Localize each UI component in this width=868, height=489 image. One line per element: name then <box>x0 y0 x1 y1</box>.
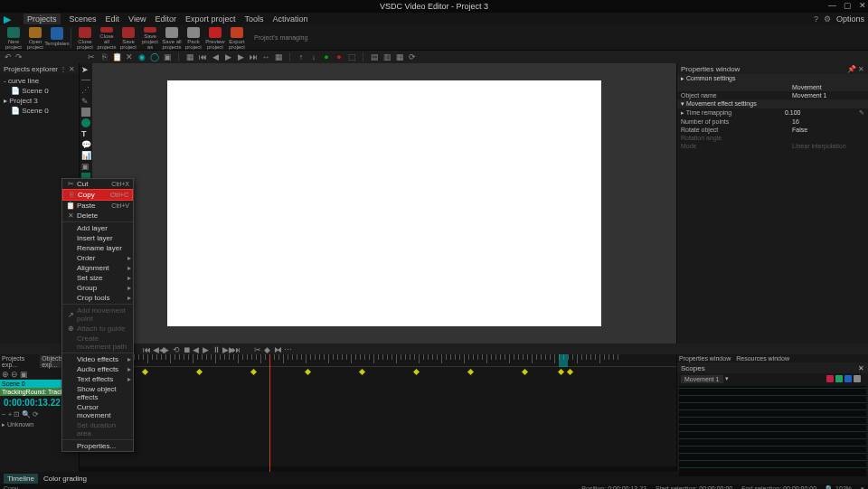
next-icon[interactable]: ▶ <box>236 52 245 61</box>
split-icon[interactable]: ⧓ <box>274 345 281 353</box>
ctx-cursor-mvt[interactable]: Cursor movement <box>62 402 133 420</box>
panel-close-icon[interactable]: ✕ <box>69 65 75 73</box>
ctx-audio-effects[interactable]: Audio effects▸ <box>62 364 133 374</box>
stop-icon[interactable]: ⏹ <box>183 345 190 353</box>
shape-tool-icon[interactable]: ▣ <box>81 162 90 171</box>
pack-project-button[interactable]: Pack project <box>184 26 203 50</box>
menu-editor[interactable]: Editor <box>155 14 176 24</box>
tab-timeline[interactable]: Timeline <box>4 474 38 484</box>
scopes-dropdown[interactable]: Movement 1 <box>681 375 723 383</box>
menu-scenes[interactable]: Scenes <box>70 14 97 24</box>
keyframes-track[interactable] <box>80 367 676 378</box>
copy-icon[interactable]: ⎘ <box>99 52 108 61</box>
ctx-order[interactable]: Order▸ <box>62 253 133 263</box>
marker-region[interactable] <box>559 354 568 367</box>
skip-start-icon[interactable]: ⏮ <box>143 345 150 353</box>
fit-icon[interactable]: ⊡ <box>14 410 20 418</box>
tab-color-grading[interactable]: Color grading <box>40 474 90 484</box>
marker-icon[interactable]: ◆ <box>264 345 271 353</box>
frame-fwd-icon[interactable]: ▶ <box>203 345 210 353</box>
menu-tools[interactable]: Tools <box>244 14 263 24</box>
scope-b-toggle[interactable] <box>844 375 852 382</box>
cut-timeline-icon[interactable]: ✂ <box>254 345 261 353</box>
tool-icon[interactable]: ◉ <box>137 52 146 61</box>
preview-button[interactable]: Preview project <box>205 26 225 50</box>
ellipse-tool-icon[interactable] <box>81 118 90 127</box>
tooltip-tool-icon[interactable]: 💬 <box>81 140 90 149</box>
spray-tool-icon[interactable]: ⋰ <box>81 86 90 95</box>
exp-icon[interactable]: ▣ <box>20 370 28 379</box>
ctx-copy[interactable]: ⎘CopyCtrl+C <box>62 189 133 201</box>
panel-close-icon[interactable]: ✕ <box>858 65 864 73</box>
settings-icon[interactable]: ⚙ <box>824 14 831 24</box>
up-icon[interactable]: ↑ <box>297 52 306 61</box>
help-icon[interactable]: ? <box>814 14 818 24</box>
templates-button[interactable]: Templates <box>47 26 67 50</box>
save-all-button[interactable]: Save all projects <box>162 26 182 50</box>
timeline-scrollbar[interactable] <box>80 466 676 472</box>
save-as-button[interactable]: Save project as <box>140 26 160 50</box>
prop-rotate-value[interactable]: False <box>792 127 864 133</box>
align-icon[interactable]: ▦ <box>185 52 194 61</box>
menu-options[interactable]: Options <box>836 14 864 24</box>
cut-icon[interactable]: ✂ <box>87 52 96 61</box>
ctx-paste[interactable]: 📋PasteCtrl+V <box>62 201 133 211</box>
ctx-properties[interactable]: Properties... <box>62 441 133 451</box>
ctx-set-size[interactable]: Set size▸ <box>62 273 133 283</box>
ctx-rename-layer[interactable]: Rename layer <box>62 243 133 253</box>
step-back-icon[interactable]: ◀◀ <box>153 345 160 353</box>
undo-icon[interactable]: ↶ <box>4 52 13 61</box>
close-all-button[interactable]: Close all projects <box>97 26 117 50</box>
save-project-button[interactable]: Save project <box>118 26 138 50</box>
end-icon[interactable]: ⏭ <box>232 345 240 353</box>
line-tool-icon[interactable] <box>81 80 90 80</box>
collapse-icon[interactable]: ▾ <box>861 485 864 490</box>
pause-icon[interactable]: ⏸ <box>212 345 220 353</box>
prop-numpoints-value[interactable]: 16 <box>792 118 864 125</box>
zoom-icon[interactable]: 🔍 <box>22 410 31 418</box>
paste-icon[interactable]: 📋 <box>112 52 121 61</box>
timeline-ruler[interactable] <box>80 354 676 367</box>
add-icon[interactable]: ⊕ <box>2 370 9 379</box>
text-tool-icon[interactable]: T <box>81 129 90 138</box>
settings-icon[interactable]: ⟳ <box>33 410 39 418</box>
menu-activation[interactable]: Activation <box>272 14 307 24</box>
ctx-alignment[interactable]: Alignment▸ <box>62 263 133 273</box>
tab-properties[interactable]: Properties window <box>679 355 731 362</box>
scope-l-toggle[interactable] <box>854 375 861 382</box>
down-icon[interactable]: ↓ <box>309 52 318 61</box>
prop-section-common[interactable]: ▸ Common settings <box>677 74 868 83</box>
menu-edit[interactable]: Edit <box>106 14 120 24</box>
ctx-show-effects[interactable]: Show object effects <box>62 384 133 402</box>
prop-timeremap-value[interactable]: 0.100 <box>785 109 857 117</box>
rect-tool-icon[interactable] <box>81 108 90 117</box>
pen-tool-icon[interactable]: ✎ <box>81 97 90 106</box>
close-project-button[interactable]: Close project <box>75 26 95 50</box>
menu-export-project[interactable]: Export project <box>185 14 236 24</box>
canvas-artboard[interactable] <box>167 80 601 326</box>
ctx-video-effects[interactable]: Video effects▸ <box>62 354 133 364</box>
playhead[interactable] <box>269 354 270 472</box>
close-icon[interactable]: ✕ <box>859 1 866 10</box>
maximize-icon[interactable]: ▢ <box>844 1 852 10</box>
tab-resources[interactable]: Resources window <box>736 355 789 362</box>
tree-node[interactable]: ▸ Project 3 <box>2 96 77 106</box>
prop-objname-value[interactable]: Movement 1 <box>792 92 864 99</box>
menu-view[interactable]: View <box>128 14 146 24</box>
loop-icon[interactable]: ⟲ <box>173 345 180 353</box>
play-icon[interactable]: ▶ <box>223 52 232 61</box>
play-icon[interactable]: ▶ <box>163 345 170 353</box>
tab-projects-exp[interactable]: Projects exp... <box>2 355 36 368</box>
canvas-area[interactable] <box>92 63 676 343</box>
redo-icon[interactable]: ↷ <box>14 52 24 61</box>
refresh-icon[interactable]: ⟳ <box>408 52 417 61</box>
green-dot-icon[interactable]: ● <box>322 52 331 61</box>
chevron-down-icon[interactable]: ▾ <box>725 375 729 382</box>
delete-icon[interactable]: ✕ <box>125 52 134 61</box>
next-icon[interactable]: ▶▶ <box>222 345 230 353</box>
ctx-insert-layer[interactable]: Insert layer <box>62 233 133 243</box>
tool-icon-2[interactable]: ◯ <box>150 52 159 61</box>
zoom-out-icon[interactable]: − <box>2 410 6 418</box>
tree-node[interactable]: - curve line <box>2 76 77 86</box>
scope-r-toggle[interactable] <box>826 375 834 382</box>
